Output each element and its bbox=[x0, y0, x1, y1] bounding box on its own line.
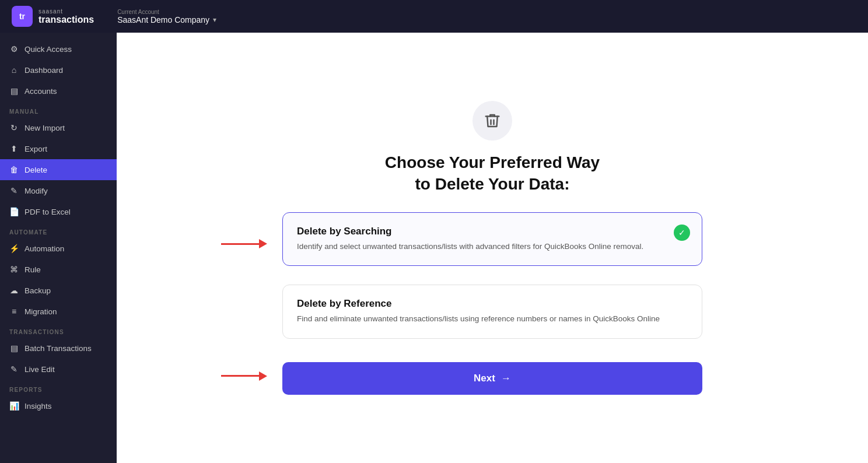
delete-icon: 🗑 bbox=[9, 165, 19, 174]
automation-icon: ⚡ bbox=[9, 244, 19, 253]
product-name: transactions bbox=[38, 15, 94, 25]
manual-section-label: MANUAL bbox=[0, 101, 117, 117]
account-name[interactable]: SaasAnt Demo Company ▾ bbox=[117, 15, 216, 24]
option2-title: Delete by Reference bbox=[297, 298, 688, 310]
sidebar-item-quick-access[interactable]: ⚙ Quick Access bbox=[0, 38, 117, 59]
option2-description: Find and eliminate unwanted transactions… bbox=[297, 313, 688, 325]
sidebar: ⚙ Quick Access ⌂ Dashboard ▤ Accounts MA… bbox=[0, 33, 117, 463]
rule-icon: ⌘ bbox=[9, 265, 19, 274]
arrow1-head bbox=[259, 239, 267, 248]
sidebar-item-new-import[interactable]: ↻ New Import bbox=[0, 117, 117, 138]
sidebar-item-dashboard[interactable]: ⌂ Dashboard bbox=[0, 59, 117, 80]
backup-icon: ☁ bbox=[9, 286, 19, 295]
sidebar-item-live-edit[interactable]: ✎ Live Edit bbox=[0, 359, 117, 380]
account-label: Current Account bbox=[117, 9, 216, 15]
sidebar-item-batch-transactions[interactable]: ▤ Batch Transactions bbox=[0, 338, 117, 359]
option1-title: Delete by Searching bbox=[297, 226, 688, 237]
sidebar-item-modify[interactable]: ✎ Modify bbox=[0, 180, 117, 201]
sidebar-item-migration[interactable]: ≡ Migration bbox=[0, 301, 117, 322]
sidebar-item-delete[interactable]: 🗑 Delete bbox=[0, 159, 117, 180]
new-import-icon: ↻ bbox=[9, 123, 19, 132]
check-badge: ✓ bbox=[674, 225, 690, 241]
dashboard-icon: ⌂ bbox=[9, 65, 19, 75]
content-card: Choose Your Preferred Way to Delete Your… bbox=[282, 101, 702, 394]
sidebar-item-backup[interactable]: ☁ Backup bbox=[0, 280, 117, 301]
pdf-to-excel-icon: 📄 bbox=[9, 207, 19, 216]
logo-text: saasant transactions bbox=[38, 8, 94, 25]
live-edit-icon: ✎ bbox=[9, 364, 19, 374]
sidebar-item-export[interactable]: ⬆ Export bbox=[0, 138, 117, 159]
header: tr saasant transactions Current Account … bbox=[0, 0, 868, 33]
arrow2 bbox=[221, 371, 267, 381]
logo-area: tr saasant transactions bbox=[12, 6, 94, 27]
transactions-section-label: TRANSACTIONS bbox=[0, 322, 117, 338]
quick-access-icon: ⚙ bbox=[9, 44, 19, 54]
migration-icon: ≡ bbox=[9, 307, 19, 316]
modify-icon: ✎ bbox=[9, 186, 19, 195]
batch-transactions-icon: ▤ bbox=[9, 343, 19, 353]
arrow2-line bbox=[221, 375, 259, 377]
page-title: Choose Your Preferred Way to Delete Your… bbox=[385, 152, 600, 195]
sidebar-item-rule[interactable]: ⌘ Rule bbox=[0, 259, 117, 280]
next-button-wrapper: Next → bbox=[282, 357, 702, 395]
arrow1-line bbox=[221, 243, 259, 245]
main-content: Choose Your Preferred Way to Delete Your… bbox=[117, 33, 868, 463]
automate-section-label: AUTOMATE bbox=[0, 222, 117, 238]
option-card-reference[interactable]: Delete by Reference Find and eliminate u… bbox=[282, 285, 702, 338]
account-selector[interactable]: Current Account SaasAnt Demo Company ▾ bbox=[117, 9, 216, 24]
export-icon: ⬆ bbox=[9, 144, 19, 153]
next-arrow-icon: → bbox=[501, 373, 511, 384]
sidebar-item-accounts[interactable]: ▤ Accounts bbox=[0, 80, 117, 101]
trash-icon-circle bbox=[473, 101, 512, 141]
brand-name: saasant bbox=[38, 8, 94, 15]
next-button[interactable]: Next → bbox=[282, 362, 702, 395]
app-body: ⚙ Quick Access ⌂ Dashboard ▤ Accounts MA… bbox=[0, 33, 868, 463]
sidebar-item-automation[interactable]: ⚡ Automation bbox=[0, 238, 117, 259]
chevron-down-icon: ▾ bbox=[213, 16, 216, 24]
option1-wrapper: Delete by Searching Identify and select … bbox=[282, 212, 702, 275]
option-card-searching[interactable]: Delete by Searching Identify and select … bbox=[282, 212, 702, 266]
arrow1 bbox=[221, 239, 267, 248]
reports-section-label: REPORTS bbox=[0, 380, 117, 395]
arrow2-head bbox=[259, 371, 267, 381]
sidebar-item-insights[interactable]: 📊 Insights bbox=[0, 395, 117, 416]
sidebar-item-pdf-to-excel[interactable]: 📄 PDF to Excel bbox=[0, 201, 117, 222]
option1-description: Identify and select unwanted transaction… bbox=[297, 241, 688, 252]
insights-icon: 📊 bbox=[9, 401, 19, 411]
accounts-icon: ▤ bbox=[9, 86, 19, 96]
logo-icon: tr bbox=[12, 6, 33, 27]
option2-wrapper: Delete by Reference Find and eliminate u… bbox=[282, 285, 702, 348]
